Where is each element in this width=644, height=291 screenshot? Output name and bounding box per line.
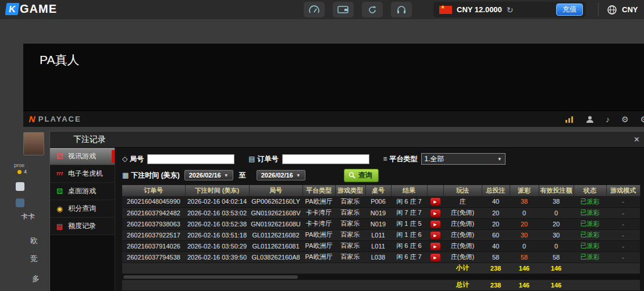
filter-row-1: ◇ 局号 ▤ 订单号 ≡ 平台类型 1.全部 ▼ — [122, 152, 644, 165]
cell-platform: 卡卡湾厅 — [303, 207, 335, 218]
date-to-select[interactable]: 2026/02/16 ▼ — [257, 170, 305, 180]
scrollbar-row — [122, 274, 640, 279]
cell-total-bet: 58 — [482, 251, 510, 262]
cell-valid-bet: 58 — [539, 251, 574, 262]
replay-video-button[interactable]: ▶ — [430, 198, 440, 205]
playace-toolbar: ♪ ⚙ ⚙ — [565, 115, 644, 124]
cell-order-no: 260216037914026 — [122, 240, 185, 251]
platform-type-select[interactable]: 1.全部 ▼ — [421, 153, 506, 165]
cell-status: 已派彩 — [574, 240, 606, 251]
cell-order-no: 260216037922517 — [122, 229, 185, 240]
sidebar-item-label: 电子老虎机 — [68, 169, 103, 179]
points-coin-icon: ◉ — [55, 205, 65, 213]
table-dice-icon: ⚄ — [55, 187, 65, 196]
slot-777-icon: 777 — [55, 172, 65, 176]
cell-total-bet: 60 — [482, 229, 510, 240]
replay-video-button[interactable]: ▶ — [430, 254, 440, 261]
column-header-12: 状态 — [574, 185, 606, 196]
cell-replay: ▶ — [427, 196, 443, 207]
modal-sidebar: ⚂视讯游戏777电子老虎机⚄桌面游戏◉积分查询▤额度记录 — [50, 148, 115, 291]
cell-table-no: N019 — [365, 207, 391, 218]
sidebar-item-table-games[interactable]: ⚄桌面游戏 — [50, 183, 115, 200]
scrollbar-track — [122, 274, 640, 279]
record-row: 2602160377945382026-02-16 03:39:50GL0382… — [122, 251, 640, 262]
settings-icon[interactable]: ⚙ — [621, 115, 629, 124]
cell-game-type: 百家乐 — [335, 240, 365, 251]
playace-logo-text: PLAYACE — [38, 115, 81, 123]
record-row: 2602160480459902026-02-16 04:02:14GP0062… — [122, 196, 640, 207]
music-icon[interactable]: ♪ — [606, 115, 610, 124]
cell-payout: 58 — [510, 251, 539, 262]
replay-video-button[interactable]: ▶ — [430, 243, 440, 250]
coin-count: 4 — [24, 169, 27, 175]
dashboard-gauge-button[interactable] — [304, 2, 325, 17]
transfer-refresh-button[interactable] — [362, 2, 383, 17]
cell-replay: ▶ — [427, 207, 443, 218]
kgame-logo-mark: K — [5, 3, 20, 15]
recharge-button[interactable]: 充值 — [556, 3, 583, 16]
platform-type-value: 1.全部 — [425, 154, 444, 164]
date-from-select[interactable]: 2026/02/16 ▼ — [184, 170, 233, 180]
sidebar-item-video-games[interactable]: ⚂视讯游戏 — [50, 148, 115, 165]
summary-payout: 146 — [510, 262, 539, 274]
round-number-input[interactable] — [147, 154, 234, 164]
avatar — [23, 132, 44, 155]
cell-round-no: GL038262160A8 — [249, 251, 303, 262]
refresh-balance-icon[interactable]: ↻ — [507, 5, 514, 15]
balance-amount: CNY 12.0000 — [457, 5, 502, 14]
cell-platform: 卡卡湾厅 — [303, 218, 335, 229]
cell-play-type: 庄(免佣) — [443, 229, 482, 240]
account-icon[interactable] — [586, 115, 594, 123]
order-number-input[interactable] — [282, 154, 369, 164]
headset-icon — [396, 5, 407, 15]
sidebar-item-slot-machines[interactable]: 777电子老虎机 — [50, 165, 115, 183]
cell-payout: 0 — [510, 240, 539, 251]
summary-total-bet: 238 — [482, 262, 510, 274]
refresh-arrows-icon — [367, 5, 378, 15]
chevron-down-icon: ▼ — [296, 173, 301, 178]
to-label: 至 — [239, 171, 246, 180]
column-header-1: 下注时间 (美东) — [185, 185, 249, 196]
playace-logo[interactable]: N PLAYACE — [29, 114, 81, 124]
search-button[interactable]: 查询 — [344, 169, 379, 182]
calendar-icon: ▦ — [122, 171, 129, 179]
kgame-logo[interactable]: K GAME — [6, 2, 57, 16]
sidebar-item-quota-records[interactable]: ▤额度记录 — [50, 218, 115, 235]
cell-result: 闲 7 庄 7 — [391, 207, 427, 218]
support-headset-button[interactable] — [391, 2, 412, 17]
cell-bet-time: 2026-02-16 03:51:18 — [185, 229, 249, 240]
summary-spacer — [574, 279, 640, 290]
chevron-down-icon: ▼ — [224, 173, 229, 178]
cell-platform: PA欧洲厅 — [303, 229, 335, 240]
sidebar-item-points-query[interactable]: ◉积分查询 — [50, 200, 115, 218]
cell-order-no: 260216048045990 — [122, 196, 185, 207]
cell-platform: PA欧洲厅 — [303, 196, 335, 207]
round-number-label: 局号 — [130, 154, 144, 164]
replay-video-button[interactable]: ▶ — [430, 210, 440, 217]
deposit-icon — [16, 182, 24, 191]
dice-icon: ⚂ — [55, 152, 65, 161]
cell-game-type: 百家乐 — [335, 196, 365, 207]
replay-video-button[interactable]: ▶ — [430, 221, 440, 228]
close-icon[interactable]: × — [634, 134, 639, 145]
cell-bet-time: 2026-02-16 03:53:02 — [185, 207, 249, 218]
cell-order-no: 260216037942482 — [122, 207, 185, 218]
cell-result: 闲 6 庄 7 — [391, 251, 427, 262]
horizontal-scrollbar[interactable] — [123, 275, 298, 279]
wallet-button[interactable] — [333, 2, 354, 17]
filter-row-2: ▦ 下注时间 (美东) 2026/02/16 ▼ 至 2026/02/16 ▼ … — [122, 169, 644, 182]
column-header-6: 结果 — [391, 185, 427, 196]
language-currency-selector[interactable]: CNY — [598, 3, 638, 16]
cell-play-type: 庄(免佣) — [443, 218, 482, 229]
vip-stats-icon[interactable] — [565, 115, 574, 123]
sidebar-item-label: 视讯游戏 — [68, 151, 96, 161]
replay-video-button[interactable]: ▶ — [430, 232, 440, 239]
record-row: 2602160379424822026-02-16 03:53:02GN0192… — [122, 207, 640, 218]
playace-logo-mark: N — [28, 114, 36, 124]
cell-game-type: 百家乐 — [335, 207, 365, 218]
column-header-10: 派彩 — [510, 185, 539, 196]
cell-game-mode: - — [606, 196, 640, 207]
modal-title: 下注记录 — [73, 134, 106, 145]
cell-table-no: L038 — [365, 251, 391, 262]
extra-settings-icon[interactable]: ⚙ — [640, 115, 644, 124]
